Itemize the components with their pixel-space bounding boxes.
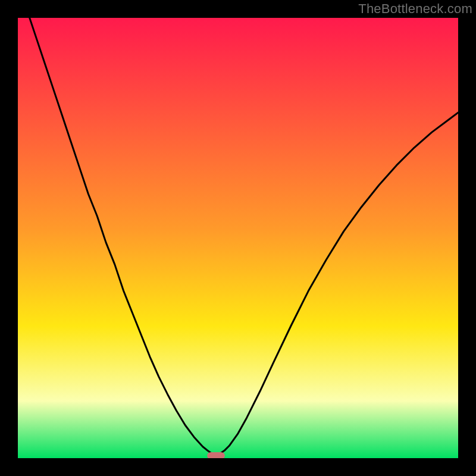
chart-frame: TheBottleneck.com: [0, 0, 476, 476]
plot-area: [18, 18, 458, 458]
gradient-background: [18, 18, 458, 458]
watermark-text: TheBottleneck.com: [358, 1, 472, 17]
optimum-marker: [207, 452, 225, 458]
bottleneck-chart-svg: [18, 18, 458, 458]
